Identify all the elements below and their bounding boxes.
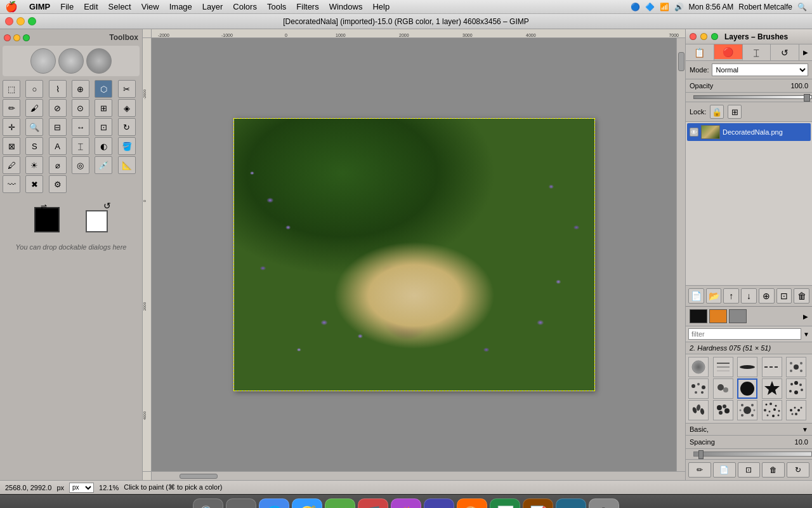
dock-app6[interactable]: 📊 [490,498,520,509]
tool-color-picker[interactable]: 💉 [95,156,112,174]
menu-tools[interactable]: Tools [262,0,291,14]
tool-rect-select[interactable]: ⬚ [3,80,20,98]
new-layer-button[interactable]: 📄 [688,288,704,304]
menu-file[interactable]: File [55,0,79,14]
horizontal-scrollbar[interactable] [152,472,685,480]
dock-app2[interactable]: 🎵 [358,498,388,509]
brushes-panel-arrow[interactable]: ▶ [803,309,808,323]
tool-zoom[interactable]: 🔍 [25,118,43,136]
opacity-slider[interactable] [693,95,812,99]
tool-align[interactable]: ⊟ [49,118,67,136]
apple-menu[interactable]: 🍎 [5,1,18,13]
dock-app3[interactable]: 📸 [391,498,421,509]
tool-crop[interactable]: ⊡ [95,118,112,136]
brush-swatch-black[interactable] [690,309,707,323]
tool-heal[interactable]: ⊞ [95,99,112,117]
brush-item-7[interactable] [713,378,733,399]
spacing-slider-row[interactable] [686,449,812,460]
menu-gimp[interactable]: GIMP [24,0,55,14]
menu-layer[interactable]: Layer [197,0,228,14]
opacity-slider-thumb[interactable] [804,94,810,102]
panel-minimize[interactable] [700,33,707,40]
lock-alpha-button[interactable]: ⊞ [728,105,742,119]
brush-item-10[interactable] [786,378,806,399]
merge-layer-button[interactable]: ⊡ [776,288,792,304]
tool-measure[interactable]: 📐 [118,156,136,174]
brush-item-6[interactable] [688,378,709,399]
dock-app5[interactable]: 🎨 [457,498,487,509]
tool-smudge[interactable]: ⌀ [49,156,67,174]
layer-item[interactable]: 👁 DecoratedNala.png [687,123,811,141]
dock-app4[interactable]: 🖥 [424,498,454,509]
brush-item-14[interactable] [762,400,782,420]
search-icon[interactable]: 🔍 [797,3,807,11]
toolbox-minimize[interactable] [13,34,20,41]
tool-script[interactable]: ⚙ [49,175,67,193]
edit-brush-button[interactable]: ✏ [688,462,711,478]
toolbox-close[interactable] [4,34,11,41]
tool-eraser[interactable]: ⊘ [49,99,67,117]
brush-item-13[interactable] [737,400,757,420]
brush-item-11[interactable] [688,400,709,420]
brush-item-4[interactable] [762,357,782,377]
tool-convolve[interactable]: ◎ [72,156,89,174]
layer-visibility-toggle[interactable]: 👁 [690,128,698,137]
toolbox-maximize[interactable] [23,34,30,41]
brushes-filter-arrow[interactable]: ▼ [803,331,809,338]
tool-text[interactable]: A [49,137,67,155]
scrollbar-thumb-v[interactable] [678,52,684,71]
duplicate-brush-button[interactable]: ⊡ [738,462,761,478]
tool-flip[interactable]: ↔ [72,118,89,136]
tool-fg-select[interactable]: ✖ [25,175,43,193]
tab-channels[interactable]: 🔴 [714,44,743,60]
tool-blend[interactable]: ◐ [95,137,112,155]
background-color[interactable] [86,210,108,232]
brush-item-3[interactable] [737,357,757,377]
brush-item-15[interactable] [786,400,806,420]
maximize-button[interactable] [28,17,36,25]
duplicate-layer-button[interactable]: ⊕ [759,288,775,304]
vertical-scrollbar[interactable] [676,38,685,471]
minimize-button[interactable] [16,17,25,25]
unit-select[interactable]: px mm in [69,483,94,493]
brush-item-8[interactable] [737,378,757,399]
tool-dodge[interactable]: ☀ [25,156,43,174]
open-layer-button[interactable]: 📂 [706,288,722,304]
tool-by-color[interactable]: ⬡ [95,80,112,98]
panel-config-arrow[interactable]: ▶ [799,44,812,60]
delete-layer-button[interactable]: 🗑 [794,288,809,304]
tool-ink[interactable]: 🖊 [3,156,20,174]
panel-maximize[interactable] [711,33,718,40]
brush-item-2[interactable] [713,357,733,377]
tab-paths[interactable]: ⌶ [743,44,771,60]
dock-chrome[interactable]: 🌐 [259,498,289,509]
menu-image[interactable]: Image [164,0,197,14]
tab-layers[interactable]: 📋 [686,44,714,60]
dock-app7[interactable]: 📝 [523,498,553,509]
tool-free-select[interactable]: ⌇ [49,80,67,98]
tool-move[interactable]: ✛ [3,118,20,136]
brush-item-5[interactable] [786,357,806,377]
scrollbar-thumb-h[interactable] [180,474,218,479]
spacing-slider[interactable] [693,451,812,457]
tool-paintbrush[interactable]: 🖌 [25,99,43,117]
swap-colors-icon[interactable]: ⇌ [41,202,47,211]
lock-pixels-button[interactable]: 🔒 [710,105,724,119]
menu-view[interactable]: View [136,0,164,14]
brushes-filter-input[interactable] [688,328,801,340]
tool-fuzzy-select[interactable]: ⊕ [72,80,89,98]
dock-safari[interactable]: 🧭 [292,498,322,509]
tool-scissors[interactable]: ✂ [118,80,136,98]
basic-category-arrow[interactable]: ▼ [802,426,808,433]
tool-rotate[interactable]: ↻ [118,118,136,136]
reset-colors-icon[interactable]: ↺ [103,201,111,211]
tool-clone[interactable]: ⊙ [72,99,89,117]
tool-scale[interactable]: ⊠ [3,137,20,155]
dock-trash[interactable]: 🗑 [589,498,619,509]
tool-path[interactable]: ⌶ [72,137,89,155]
canvas-container[interactable] [152,38,676,471]
close-button[interactable] [5,17,13,25]
raise-layer-button[interactable]: ↑ [723,288,739,304]
dock-email[interactable]: ✉ [226,498,256,509]
brush-item-1[interactable] [688,357,709,377]
